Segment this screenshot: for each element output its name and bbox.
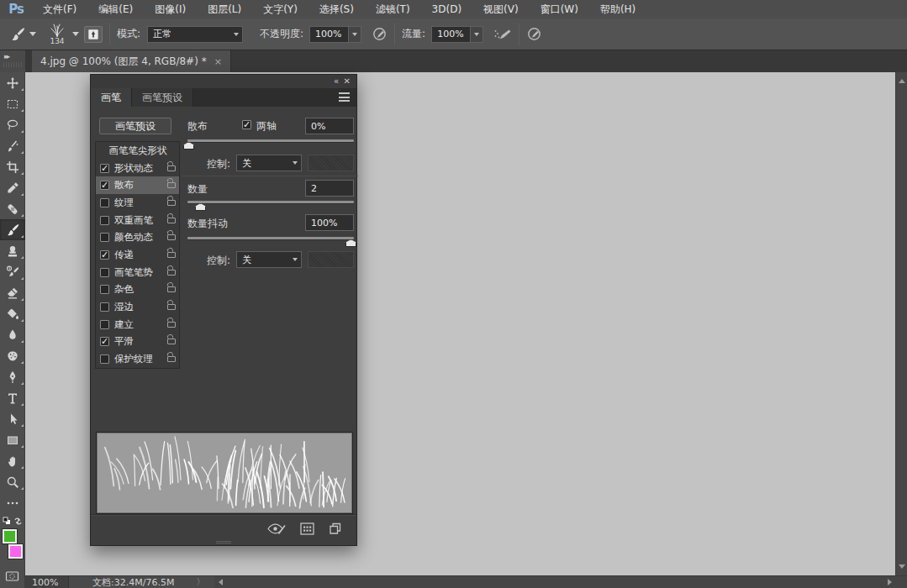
live-preview-toggle-icon[interactable] [267,522,286,538]
lock-icon[interactable] [167,304,176,310]
healing-brush-tool[interactable] [0,198,25,219]
edit-toolbar-ellipsis[interactable] [0,492,25,513]
checkbox[interactable] [100,233,109,242]
scroll-left-icon[interactable] [219,579,223,585]
texture-lock-icon[interactable] [300,522,314,538]
toggle-brush-panel-button[interactable] [84,26,103,43]
move-tool[interactable] [0,72,25,93]
option-color-dynamics[interactable]: 颜色动态 [96,228,179,246]
scroll-right-icon[interactable] [888,579,892,585]
count-slider-thumb[interactable] [195,203,206,211]
lock-icon[interactable] [167,270,176,276]
lock-icon[interactable] [167,200,176,206]
checkbox[interactable] [100,285,109,294]
menu-edit[interactable]: 编辑(E) [87,0,144,18]
opacity-dropdown[interactable]: 100% [309,26,361,43]
count-value-field[interactable]: 2 [305,180,354,197]
both-axes-checkbox[interactable] [242,120,251,129]
scatter-slider[interactable] [187,139,354,142]
menu-select[interactable]: 选择(S) [308,0,365,18]
menu-window[interactable]: 窗口(W) [530,0,589,18]
scatter-slider-thumb[interactable] [183,142,194,150]
lock-icon[interactable] [167,182,176,188]
type-tool[interactable] [0,387,25,408]
checkbox[interactable] [100,354,109,364]
new-brush-icon[interactable] [329,522,341,538]
path-selection-tool[interactable] [0,408,25,429]
dodge-tool[interactable] [0,345,25,366]
brush-presets-button[interactable]: 画笔预设 [99,118,171,134]
tool-preset-chevron-icon[interactable] [29,32,36,36]
menu-3d[interactable]: 3D(D) [421,0,472,18]
checkbox[interactable] [100,181,109,190]
hand-tool[interactable] [0,450,25,471]
zoom-tool[interactable] [0,471,25,492]
option-build-up[interactable]: 建立 [96,316,179,333]
scroll-down-icon[interactable] [899,564,905,569]
lock-icon[interactable] [167,356,176,362]
option-texture[interactable]: 纹理 [96,194,179,212]
count-jitter-slider-thumb[interactable] [345,239,356,247]
panel-collapse-icon[interactable]: « [334,76,338,87]
option-brush-pose[interactable]: 画笔笔势 [96,264,179,281]
marquee-tool[interactable] [0,93,25,114]
quick-selection-tool[interactable] [0,135,25,156]
menu-image[interactable]: 图像(I) [144,0,197,18]
lock-icon[interactable] [167,165,176,171]
option-smoothing[interactable]: 平滑 [96,333,179,351]
lock-icon[interactable] [167,218,176,223]
option-scattering[interactable]: 散布 [96,176,179,194]
lasso-tool[interactable] [0,114,25,135]
checkbox[interactable] [100,250,109,260]
panel-menu-icon[interactable] [339,92,350,102]
pen-tool[interactable] [0,366,25,387]
checkbox[interactable] [100,302,109,312]
lock-icon[interactable] [167,286,176,292]
option-wet-edges[interactable]: 湿边 [96,298,179,316]
brush-tip-shape-item[interactable]: 画笔笔尖形状 [96,142,179,160]
tab-close-icon[interactable]: × [214,56,222,67]
lock-icon[interactable] [167,339,176,344]
menu-filter[interactable]: 滤镜(T) [365,0,421,18]
history-brush-tool[interactable] [0,261,25,282]
control-dropdown[interactable]: 关 [236,155,302,171]
rectangle-tool[interactable] [0,429,25,450]
option-noise[interactable]: 杂色 [96,281,179,299]
menu-view[interactable]: 视图(V) [472,0,530,18]
document-tab[interactable]: 4.jpg @ 100% (图层 4, RGB/8#) * × [32,50,231,72]
option-transfer[interactable]: 传递 [96,246,179,264]
brush-preset-chevron-icon[interactable] [72,32,79,36]
vertical-scrollbar[interactable] [895,72,907,575]
checkbox[interactable] [100,320,109,329]
count-jitter-slider[interactable] [187,237,354,239]
zoom-level-field[interactable]: 100% [25,576,69,588]
panel-resize-grip[interactable] [216,540,231,543]
pen-pressure-opacity-icon[interactable] [372,26,388,42]
option-shape-dynamics[interactable]: 形状动态 [96,160,179,177]
lock-icon[interactable] [167,322,176,328]
status-popup-icon[interactable]: 〉 [196,576,204,588]
foreground-color-swatch[interactable] [3,529,17,543]
brush-tool-icon[interactable] [10,27,25,42]
clone-stamp-tool[interactable] [0,240,25,261]
toolbox-collapse-arrows-icon[interactable]: ▸▸ [4,52,8,60]
checkbox[interactable] [100,337,109,346]
background-color-swatch[interactable] [8,544,23,559]
menu-file[interactable]: 文件(F) [32,0,87,18]
checkbox[interactable] [100,268,109,277]
menu-layer[interactable]: 图层(L) [197,0,252,18]
menu-type[interactable]: 文字(Y) [252,0,308,18]
quick-mask-button[interactable] [0,565,25,586]
blur-tool[interactable] [0,324,25,345]
checkbox[interactable] [100,198,109,207]
control2-dropdown[interactable]: 关 [236,251,302,268]
tab-brush-presets[interactable]: 画笔预设 [132,88,193,107]
scatter-value-field[interactable]: 0% [305,118,354,134]
option-dual-brush[interactable]: 双重画笔 [96,212,179,229]
menu-help[interactable]: 帮助(H) [589,0,646,18]
toolbox-grip[interactable] [3,62,22,67]
flow-dropdown[interactable]: 100% [431,26,483,43]
tab-brush[interactable]: 画笔 [91,88,132,107]
panel-close-icon[interactable]: ✕ [344,76,351,87]
eraser-tool[interactable] [0,282,25,303]
